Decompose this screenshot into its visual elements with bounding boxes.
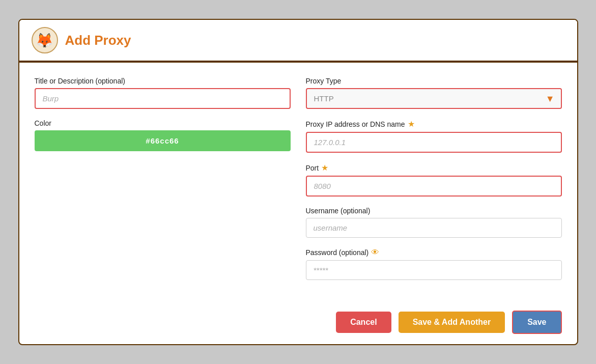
color-field-group: Color #66cc66 [35,119,291,151]
app-logo: 🦊 [32,27,58,53]
ip-required-star: ★ [408,119,415,129]
add-proxy-dialog: 🦊 Add Proxy Title or Description (option… [18,19,578,345]
title-label: Title or Description (optional) [35,77,291,85]
dialog-header: 🦊 Add Proxy [19,20,577,63]
password-input[interactable] [306,260,562,280]
password-label: Password (optional) 👁 [306,248,562,257]
username-label: Username (optional) [306,207,562,215]
username-input[interactable] [306,218,562,238]
dialog-footer: Cancel Save & Add Another Save [19,302,577,344]
left-column: Title or Description (optional) Color #6… [35,77,291,290]
form-grid: Title or Description (optional) Color #6… [35,77,562,290]
port-required-star: ★ [321,163,328,173]
proxy-type-label: Proxy Type [306,77,562,85]
save-add-another-button[interactable]: Save & Add Another [399,312,505,333]
password-field-group: Password (optional) 👁 [306,248,562,280]
username-field-group: Username (optional) [306,207,562,238]
port-field-group: Port ★ [306,163,562,197]
ip-field-group: Proxy IP address or DNS name ★ [306,119,562,153]
proxy-type-field-group: Proxy Type HTTP HTTPS SOCKS4 SOCKS5 ▼ [306,77,562,109]
title-input[interactable] [35,88,291,109]
eye-icon[interactable]: 👁 [371,248,379,257]
dialog-body: Title or Description (optional) Color #6… [19,63,577,302]
cancel-button[interactable]: Cancel [336,312,391,333]
ip-input[interactable] [306,132,562,153]
dialog-title: Add Proxy [65,33,131,48]
save-button[interactable]: Save [512,311,561,334]
color-swatch-button[interactable]: #66cc66 [35,130,291,151]
ip-label: Proxy IP address or DNS name ★ [306,119,562,129]
color-label: Color [35,119,291,127]
proxy-type-select[interactable]: HTTP HTTPS SOCKS4 SOCKS5 [307,89,561,108]
port-input[interactable] [306,176,562,197]
title-field-group: Title or Description (optional) [35,77,291,109]
right-column: Proxy Type HTTP HTTPS SOCKS4 SOCKS5 ▼ Pr… [306,77,562,290]
port-label: Port ★ [306,163,562,173]
proxy-type-wrapper: HTTP HTTPS SOCKS4 SOCKS5 ▼ [306,88,562,109]
fox-icon: 🦊 [36,32,53,49]
